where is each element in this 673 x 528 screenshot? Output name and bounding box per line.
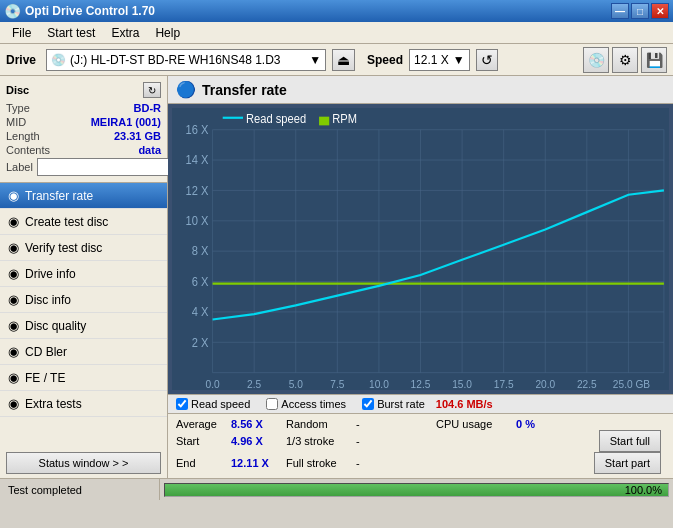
nav-create-label: Create test disc [25,215,108,229]
speed-label: Speed [367,53,403,67]
svg-text:Read speed: Read speed [246,113,306,125]
verify-test-disc-icon: ◉ [8,240,19,255]
nav-fe-te[interactable]: ◉ FE / TE [0,365,167,391]
nav-disc-info-label: Disc info [25,293,71,307]
nav-transfer-rate[interactable]: ◉ Transfer rate [0,183,167,209]
burst-rate-label: Burst rate [377,398,425,410]
disc-contents-label: Contents [6,144,50,156]
main-content: Disc ↻ Type BD-R MID MEIRA1 (001) Length… [0,76,673,478]
titlebar: 💿 Opti Drive Control 1.70 — □ ✕ [0,0,673,22]
progress-percentage: 100.0% [625,484,662,496]
end-value: 12.11 X [231,452,286,474]
start-value: 4.96 X [231,430,286,452]
nav-verify-label: Verify test disc [25,241,102,255]
menu-file[interactable]: File [4,24,39,42]
menubar: File Start test Extra Help [0,22,673,44]
checkboxes-row: Read speed Access times Burst rate 104.6… [168,394,673,414]
svg-text:5.0: 5.0 [289,378,303,390]
disc-label-label: Label [6,161,33,173]
action-btn-2[interactable]: ⚙ [612,47,638,73]
refresh-button[interactable]: ↺ [476,49,498,71]
drive-label: Drive [6,53,36,67]
svg-text:12.5: 12.5 [411,378,431,390]
cpu-usage-value: 0 % [516,418,576,430]
read-speed-checkbox[interactable] [176,398,188,410]
read-speed-checkbox-item: Read speed [176,398,250,410]
disc-quality-icon: ◉ [8,318,19,333]
drive-cd-icon: 💿 [51,53,66,67]
svg-text:25.0 GB: 25.0 GB [613,378,650,390]
status-window-button[interactable]: Status window > > [6,452,161,474]
svg-text:4 X: 4 X [192,306,209,318]
nav-disc-quality[interactable]: ◉ Disc quality [0,313,167,339]
speed-select[interactable]: 12.1 X ▼ [409,49,470,71]
disc-panel: Disc ↻ Type BD-R MID MEIRA1 (001) Length… [0,76,167,183]
maximize-button[interactable]: □ [631,3,649,19]
stats-area: Average 8.56 X Random - CPU usage 0 % St… [168,414,673,478]
start-label: Start [176,430,231,452]
drive-info-icon: ◉ [8,266,19,281]
nav-verify-test-disc[interactable]: ◉ Verify test disc [0,235,167,261]
svg-text:7.5: 7.5 [330,378,344,390]
average-label: Average [176,418,231,430]
nav-disc-quality-label: Disc quality [25,319,86,333]
burst-rate-checkbox[interactable] [362,398,374,410]
access-times-checkbox[interactable] [266,398,278,410]
action-btn-3[interactable]: 💾 [641,47,667,73]
disc-contents-value: data [138,144,161,156]
svg-text:17.5: 17.5 [494,378,514,390]
disc-label-input[interactable] [37,158,181,176]
eject-button[interactable]: ⏏ [332,49,355,71]
full-stroke-value: - [356,452,386,474]
disc-info-icon: ◉ [8,292,19,307]
progress-track: 100.0% [164,483,669,497]
nav-transfer-rate-label: Transfer rate [25,189,93,203]
start-full-button[interactable]: Start full [599,430,661,452]
fe-te-icon: ◉ [8,370,19,385]
progress-fill [165,484,668,496]
minimize-button[interactable]: — [611,3,629,19]
right-panel: 🔵 Transfer rate [168,76,673,478]
access-times-checkbox-item: Access times [266,398,346,410]
random-value: - [356,418,386,430]
nav-extra-tests-label: Extra tests [25,397,82,411]
svg-text:6 X: 6 X [192,276,209,288]
nav-disc-info[interactable]: ◉ Disc info [0,287,167,313]
disc-mid-label: MID [6,116,26,128]
read-speed-label: Read speed [191,398,250,410]
disc-mid-value: MEIRA1 (001) [91,116,161,128]
cpu-usage-label: CPU usage [436,418,516,430]
drive-select[interactable]: 💿 (J:) HL-DT-ST BD-RE WH16NS48 1.D3 ▼ [46,49,326,71]
nav-cd-bler[interactable]: ◉ CD Bler [0,339,167,365]
svg-text:2.5: 2.5 [247,378,261,390]
cd-bler-icon: ◉ [8,344,19,359]
create-test-disc-icon: ◉ [8,214,19,229]
nav-create-test-disc[interactable]: ◉ Create test disc [0,209,167,235]
svg-text:10 X: 10 X [186,215,209,227]
title-text: Opti Drive Control 1.70 [25,4,155,18]
disc-refresh-button[interactable]: ↻ [143,82,161,98]
chart-header: 🔵 Transfer rate [168,76,673,104]
stroke-1-3-value: - [356,430,386,452]
action-btn-1[interactable]: 💿 [583,47,609,73]
status-text: Test completed [0,479,160,500]
average-value: 8.56 X [231,418,286,430]
nav-fe-te-label: FE / TE [25,371,65,385]
nav-extra-tests[interactable]: ◉ Extra tests [0,391,167,417]
nav-drive-info[interactable]: ◉ Drive info [0,261,167,287]
statusbar: Test completed 100.0% [0,478,673,500]
svg-text:8 X: 8 X [192,245,209,257]
menu-extra[interactable]: Extra [103,24,147,42]
menu-starttest[interactable]: Start test [39,24,103,42]
burst-rate-value: 104.6 MB/s [436,398,493,410]
svg-text:10.0: 10.0 [369,378,389,390]
disc-length-value: 23.31 GB [114,130,161,142]
menu-help[interactable]: Help [147,24,188,42]
speed-dropdown-icon: ▼ [453,53,465,67]
close-button[interactable]: ✕ [651,3,669,19]
drivebar: Drive 💿 (J:) HL-DT-ST BD-RE WH16NS48 1.D… [0,44,673,76]
start-part-button[interactable]: Start part [594,452,661,474]
chart-area: 16 X 14 X 12 X 10 X 8 X 6 X 4 X 2 X 0.0 … [168,104,673,394]
svg-rect-43 [319,117,329,126]
end-label: End [176,452,231,474]
